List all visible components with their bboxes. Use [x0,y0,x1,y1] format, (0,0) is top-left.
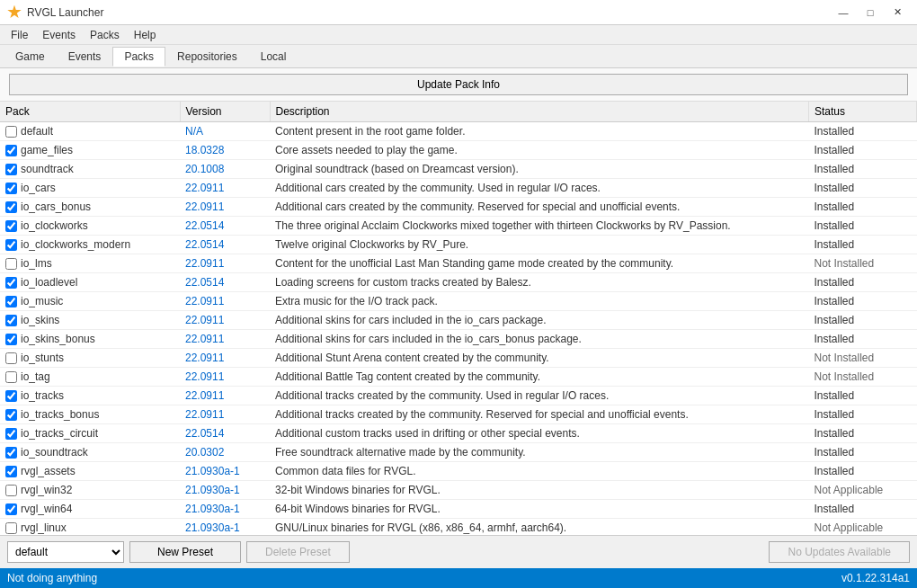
pack-version: 22.0911 [180,311,270,330]
menu-help[interactable]: Help [127,27,164,43]
menu-packs[interactable]: Packs [83,27,127,43]
pack-checkbox-io_stunts[interactable] [5,352,17,364]
pack-checkbox-io_loadlevel[interactable] [5,277,17,289]
table-row: io_lms22.0911Content for the unofficial … [0,254,917,273]
table-row: rvgl_linux21.0930a-1GNU/Linux binaries f… [0,519,917,536]
pack-checkbox-io_lms[interactable] [5,258,17,270]
pack-checkbox-default[interactable] [5,126,17,138]
pack-version: 22.0911 [180,405,270,424]
pack-version: 21.0930a-1 [180,462,270,481]
menu-events[interactable]: Events [35,27,83,43]
pack-version: 22.0911 [180,349,270,368]
pack-version: 20.0302 [180,443,270,462]
no-updates-button[interactable]: No Updates Available [769,541,910,563]
pack-version: N/A [180,122,270,141]
pack-status: Not Applicable [809,519,917,536]
pack-status: Installed [809,443,917,462]
delete-preset-button[interactable]: Delete Preset [246,541,350,563]
pack-name: io_tag [21,370,50,383]
tab-events[interactable]: Events [57,47,113,67]
col-header-status: Status [809,102,917,122]
close-button[interactable]: ✕ [885,4,910,22]
pack-checkbox-rvgl_linux[interactable] [5,522,17,534]
pack-version: 22.0911 [180,179,270,198]
table-row: io_loadlevel22.0514Loading screens for c… [0,273,917,292]
pack-name: io_stunts [21,352,64,364]
table-row: rvgl_assets21.0930a-1Common data files f… [0,462,917,481]
pack-status: Installed [809,141,917,160]
pack-version: 22.0514 [180,236,270,254]
maximize-button[interactable]: □ [858,4,883,22]
pack-status: Installed [809,405,917,424]
col-header-pack: Pack [0,102,180,122]
pack-desc: GNU/Linux binaries for RVGL (x86, x86_64… [270,519,809,536]
pack-desc: The three original Acclaim Clockworks mi… [270,217,809,236]
table-row: io_skins_bonus22.0911Additional skins fo… [0,330,917,349]
pack-checkbox-io_cars_bonus[interactable] [5,201,17,213]
tab-game[interactable]: Game [4,47,57,67]
tabbar: Game Events Packs Repositories Local [0,45,917,68]
pack-name: soundtrack [21,163,74,175]
pack-checkbox-rvgl_win64[interactable] [5,503,17,515]
preset-select[interactable]: default [7,541,124,563]
pack-checkbox-io_tracks[interactable] [5,390,17,402]
pack-status: Installed [809,330,917,349]
pack-version: 22.0911 [180,368,270,387]
pack-checkbox-io_tracks_bonus[interactable] [5,409,17,421]
minimize-button[interactable]: — [831,4,856,22]
pack-desc: Additional tracks created by the communi… [270,387,809,405]
pack-checkbox-io_soundtrack[interactable] [5,447,17,459]
app-icon [7,5,22,20]
pack-desc: Loading screens for custom tracks create… [270,273,809,292]
pack-name: rvgl_assets [21,465,76,477]
pack-status: Not Installed [809,349,917,368]
pack-name: io_cars_bonus [21,200,91,213]
pack-checkbox-io_clockworks_modern[interactable] [5,239,17,251]
pack-name: io_tracks_bonus [21,408,99,421]
pack-name: rvgl_win32 [21,484,72,496]
pack-status: Not Installed [809,254,917,273]
update-pack-button[interactable]: Update Pack Info [9,74,908,95]
table-body: defaultN/AContent present in the root ga… [0,122,917,536]
pack-checkbox-game_files[interactable] [5,145,17,156]
pack-name: io_clockworks_modern [21,238,130,251]
pack-desc: Additional tracks created by the communi… [270,405,809,424]
pack-checkbox-io_skins_bonus[interactable] [5,334,17,345]
titlebar: RVGL Launcher — □ ✕ [0,0,917,25]
table-row: io_clockworks_modern22.0514Twelve origin… [0,236,917,254]
pack-checkbox-io_skins[interactable] [5,315,17,326]
pack-name: io_tracks [21,389,64,402]
pack-checkbox-io_tag[interactable] [5,371,17,383]
pack-version: 21.0930a-1 [180,500,270,519]
table-row: io_stunts22.0911Additional Stunt Arena c… [0,349,917,368]
update-area: Update Pack Info [0,68,917,102]
menubar: File Events Packs Help [0,25,917,45]
new-preset-button[interactable]: New Preset [129,541,241,563]
table-row: io_cars_bonus22.0911Additional cars crea… [0,198,917,217]
pack-table-area[interactable]: Pack Version Description Status defaultN… [0,102,917,535]
table-row: io_skins22.0911Additional skins for cars… [0,311,917,330]
pack-checkbox-rvgl_win32[interactable] [5,485,17,496]
pack-checkbox-io_clockworks[interactable] [5,220,17,232]
version-text: v0.1.22.314a1 [841,572,910,584]
pack-status: Not Installed [809,368,917,387]
pack-checkbox-soundtrack[interactable] [5,164,17,175]
tab-repositories[interactable]: Repositories [165,47,249,67]
pack-checkbox-io_cars[interactable] [5,183,17,194]
window-controls: — □ ✕ [831,4,910,22]
pack-checkbox-rvgl_assets[interactable] [5,466,17,477]
menu-file[interactable]: File [4,27,35,43]
pack-checkbox-io_tracks_circuit[interactable] [5,428,17,440]
tab-local[interactable]: Local [249,47,298,67]
pack-version: 22.0514 [180,273,270,292]
pack-status: Installed [809,311,917,330]
pack-desc: Additional cars created by the community… [270,198,809,217]
table-row: rvgl_win6421.0930a-164-bit Windows binar… [0,500,917,519]
table-row: io_cars22.0911Additional cars created by… [0,179,917,198]
col-header-desc: Description [270,102,809,122]
pack-desc: Additional cars created by the community… [270,179,809,198]
pack-version: 21.0930a-1 [180,481,270,500]
pack-table: Pack Version Description Status defaultN… [0,102,917,535]
pack-checkbox-io_music[interactable] [5,296,17,307]
tab-packs[interactable]: Packs [112,47,165,67]
